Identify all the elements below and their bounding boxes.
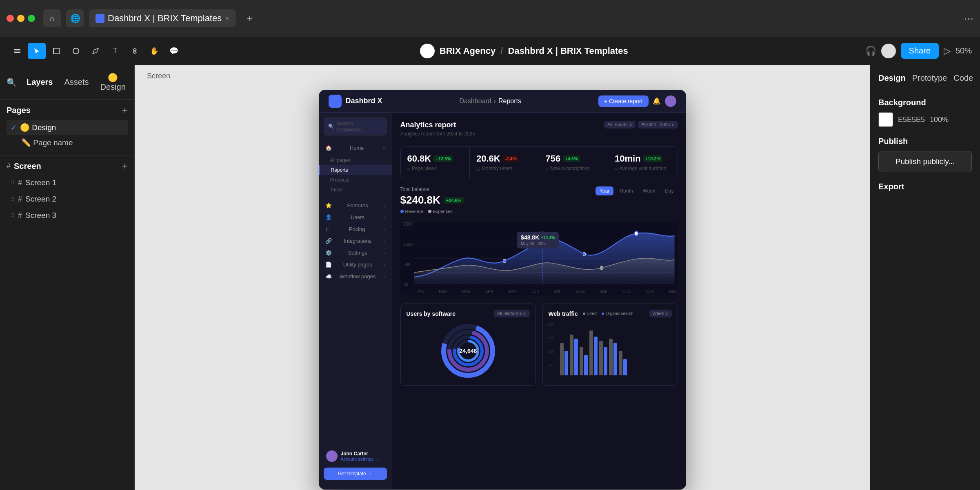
frame-tool-btn[interactable] (47, 43, 65, 59)
tab-design[interactable]: Design (878, 73, 906, 83)
maximize-dot[interactable] (28, 15, 35, 22)
text-tool-btn[interactable]: T (106, 43, 124, 59)
create-report-btn[interactable]: + Create report (598, 95, 649, 107)
figma-toolbar: T ✋ 💬 BRIX Agency / Dashbrd X | BRIX Tem… (0, 37, 980, 65)
left-panel: 🔍 Layers Assets 🟡 Design Pages + ✓ 🟡 Des… (0, 65, 135, 490)
svg-point-13 (600, 266, 603, 270)
nav-home-section: 🏠 Home ∨ All pages Reports Products Task… (319, 142, 392, 196)
layer-item-screen2[interactable]: ⠿ # Screen 2 (7, 191, 128, 207)
nav-settings[interactable]: ⚙️ Settings › (319, 247, 392, 259)
add-screen-btn[interactable]: + (122, 160, 128, 172)
nav-webflow[interactable]: ☁️ Webflow pages › (319, 270, 392, 282)
tab-prototype[interactable]: Prototype (912, 73, 947, 83)
svg-point-12 (634, 231, 638, 236)
stat-badge-3: +4.8% (563, 155, 580, 162)
dash-logo: Dashbrd X (329, 95, 382, 108)
tab-code[interactable]: Code (953, 73, 973, 83)
web-traffic-filter-btn[interactable]: Week ∨ (649, 310, 672, 317)
legend-row: Revenue Expenses (400, 209, 464, 214)
nav-integrations[interactable]: 🔗 Integrations › (319, 235, 392, 247)
layers-section: # Screen + ⠿ # Screen 1 ⠿ # Screen 2 ⠿ #… (0, 155, 134, 490)
screen-label: Screen (14, 162, 41, 171)
period-month-btn[interactable]: Month (615, 186, 637, 195)
search-icon[interactable]: 🔍 (7, 78, 17, 87)
new-tab-btn[interactable]: + (241, 9, 259, 27)
sidebar-account-link[interactable]: Account settings → (341, 457, 380, 461)
comment-tool-btn[interactable]: 💬 (165, 43, 183, 59)
page-name-pencil: ✏️ Page name (21, 138, 73, 147)
nav-home-sub: All pages Reports Products Tasks (319, 154, 392, 196)
users-software-title: Users by software (407, 310, 456, 317)
play-button[interactable]: ▷ (944, 46, 951, 56)
layer-dots-2: ⠿ (11, 196, 15, 202)
period-year-btn[interactable]: Year (596, 186, 613, 195)
globe-btn[interactable]: 🌐 (66, 9, 84, 27)
nav-pricing[interactable]: 🏷 Pricing › (319, 223, 392, 235)
select-tool-btn[interactable] (28, 43, 46, 59)
filter-all-reports[interactable]: All reports ∨ (604, 121, 636, 129)
component-tool-btn[interactable] (126, 43, 144, 59)
main-layout: 🔍 Layers Assets 🟡 Design Pages + ✓ 🟡 Des… (0, 65, 980, 490)
tab-layers[interactable]: Layers (22, 75, 58, 89)
bg-color-swatch[interactable] (878, 112, 893, 127)
svg-rect-0 (14, 49, 20, 50)
period-day-btn[interactable]: Day (661, 186, 678, 195)
bar-group (560, 343, 568, 375)
add-page-btn[interactable]: + (122, 104, 128, 116)
tab-design[interactable]: 🟡 Design (96, 70, 131, 94)
bg-opacity-value[interactable]: 100% (930, 115, 949, 124)
nav-home[interactable]: 🏠 Home ∨ (319, 142, 392, 154)
shape-tool-btn[interactable] (67, 43, 85, 59)
page-item-pagename[interactable]: ✏️ Page name (7, 135, 128, 150)
utility-icon: 📄 (325, 262, 332, 268)
nav-reports[interactable]: Reports (319, 165, 392, 175)
pen-tool-btn[interactable] (87, 43, 104, 59)
dashboard-mockup: Dashbrd X Dashboard › Reports + Create r… (319, 90, 686, 490)
filter-year[interactable]: ⊞ 2024 - 2025 ∨ (638, 121, 678, 129)
donut-svg: 24,648 (440, 322, 497, 379)
bg-hex-value[interactable]: E5E5E5 (898, 115, 925, 124)
nav-tasks[interactable]: Tasks (319, 185, 392, 195)
web-traffic-card: Web traffic Direct Organic search Week ∨ (542, 304, 678, 386)
tab-assets[interactable]: Assets (60, 75, 94, 89)
home-btn[interactable]: ⌂ (43, 9, 61, 27)
share-button[interactable]: Share (901, 43, 939, 59)
nav-all-pages[interactable]: All pages (319, 155, 392, 165)
export-section: Export (878, 182, 972, 191)
layer-item-screen1[interactable]: ⠿ # Screen 1 (7, 175, 128, 191)
layer-item-screen3[interactable]: ⠿ # Screen 3 (7, 208, 128, 223)
publish-publicly-btn[interactable]: Publish publicly... (878, 151, 972, 172)
dash-search[interactable]: 🔍 Search dashboard... (324, 118, 387, 135)
page-item-design[interactable]: ✓ 🟡 Design (7, 120, 128, 135)
nav-utility[interactable]: 📄 Utility pages › (319, 259, 392, 270)
bar-group (599, 341, 607, 375)
balance-badge: +24.6% (444, 197, 464, 204)
page-check-icon: ✓ (11, 123, 17, 132)
tab-favicon (96, 14, 104, 23)
stat-label-1: Page views (412, 166, 437, 171)
legend-dot-expenses (428, 210, 431, 213)
chart-area: 250K 150K 50K 0K JAN FEB MAR APR MAY (400, 222, 678, 295)
tab-close[interactable]: × (225, 14, 229, 23)
nav-features[interactable]: ⭐ Features › (319, 200, 392, 211)
browser-more-btn[interactable]: ··· (964, 12, 973, 25)
hash-icon: # (7, 162, 11, 171)
stat-monthly-users: 20.6K -2.4% △ Monthly users (470, 147, 539, 178)
bell-icon[interactable]: 🔔 (653, 97, 661, 105)
minimize-dot[interactable] (17, 15, 24, 22)
get-template-btn[interactable]: Get template → (324, 468, 387, 480)
period-week-btn[interactable]: Week (639, 186, 659, 195)
zoom-level[interactable]: 50% (956, 46, 972, 55)
users-filter-btn[interactable]: All platforms ∨ (494, 310, 530, 317)
figma-menu-btn[interactable] (8, 43, 26, 59)
nav-products[interactable]: Products (319, 175, 392, 185)
canvas-area: Screen Dashbrd X Dashboard › Reports + C… (135, 65, 870, 490)
active-tab[interactable]: Dashbrd X | BRIX Templates × (89, 9, 236, 27)
hand-tool-btn[interactable]: ✋ (145, 43, 163, 59)
webflow-chevron: › (384, 274, 385, 279)
layer-dots-1: ⠿ (11, 180, 15, 186)
nav-users[interactable]: 👤 Users › (319, 211, 392, 223)
stat-label-2: Monthly users (482, 166, 512, 171)
close-dot[interactable] (7, 15, 14, 22)
dash-body: 🔍 Search dashboard... 🏠 Home ∨ All pages… (319, 113, 686, 490)
